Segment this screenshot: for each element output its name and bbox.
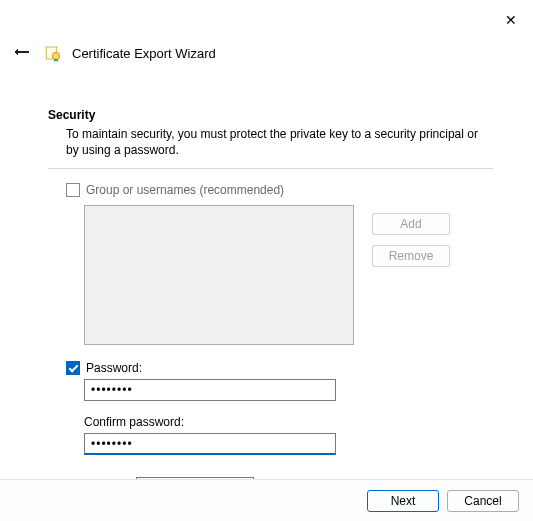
password-checkbox[interactable] [66, 361, 80, 375]
group-usernames-label: Group or usernames (recommended) [86, 183, 284, 197]
principals-listbox [84, 205, 354, 345]
cancel-button[interactable]: Cancel [447, 490, 519, 512]
confirm-password-label: Confirm password: [84, 415, 493, 429]
section-description: To maintain security, you must protect t… [66, 126, 486, 158]
back-arrow-icon[interactable]: 🠔 [10, 42, 34, 64]
divider [48, 168, 493, 169]
next-button[interactable]: Next [367, 490, 439, 512]
section-heading: Security [48, 108, 493, 122]
wizard-footer: Next Cancel [0, 479, 533, 521]
close-button[interactable]: ✕ [505, 12, 517, 28]
wizard-title: Certificate Export Wizard [72, 46, 216, 61]
group-usernames-checkbox[interactable] [66, 183, 80, 197]
wizard-header: 🠔 Certificate Export Wizard [10, 42, 216, 64]
add-button: Add [372, 213, 450, 235]
svg-point-1 [52, 52, 60, 60]
principals-area: Add Remove [48, 205, 493, 345]
wizard-content: Security To maintain security, you must … [48, 108, 493, 498]
group-usernames-row: Group or usernames (recommended) [66, 183, 493, 197]
remove-button: Remove [372, 245, 450, 267]
password-label: Password: [86, 361, 142, 375]
password-input[interactable] [84, 379, 336, 401]
password-row: Password: [66, 361, 493, 375]
confirm-password-input[interactable] [84, 433, 336, 455]
certificate-icon [44, 44, 62, 62]
